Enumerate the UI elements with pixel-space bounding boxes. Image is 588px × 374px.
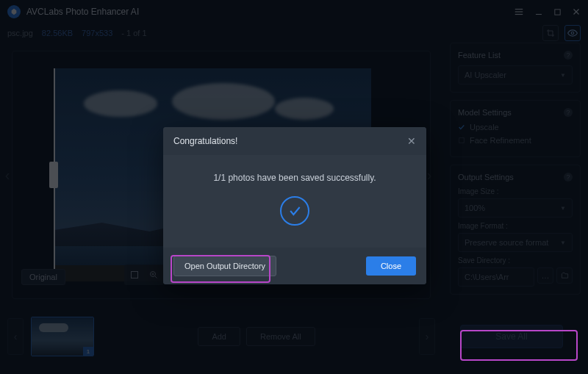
modal-footer: Open Output Directory Close (163, 248, 426, 284)
modal-message: 1/1 photos have been saved successfully. (171, 173, 419, 183)
open-output-directory-button[interactable]: Open Output Directory (173, 256, 276, 276)
modal-title: Congratulations! (173, 136, 237, 146)
success-check-icon (280, 196, 309, 226)
success-modal: Congratulations! ✕ 1/1 photos have been … (163, 127, 426, 284)
modal-close-button[interactable]: Close (366, 256, 416, 276)
modal-body: 1/1 photos have been saved successfully. (163, 155, 426, 248)
modal-close-icon[interactable]: ✕ (407, 135, 416, 147)
modal-header: Congratulations! ✕ (163, 127, 426, 155)
